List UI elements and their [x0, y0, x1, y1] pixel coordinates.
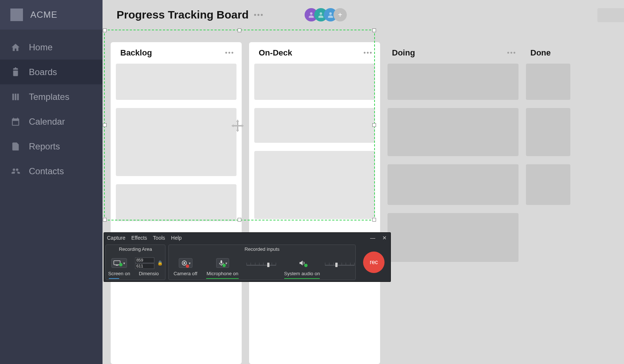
audio-label: System audio on: [284, 271, 320, 276]
nav-label: Contacts: [29, 166, 64, 176]
column-header: Backlog •••: [116, 42, 236, 64]
card[interactable]: [116, 184, 236, 221]
main: Progress Tracking Board ••• + Backlog ••…: [103, 0, 624, 364]
svg-rect-1: [116, 265, 118, 266]
logo-icon: [10, 9, 23, 21]
column-title: Done: [530, 48, 551, 58]
column-title: Doing: [392, 48, 415, 58]
board-header: Progress Tracking Board ••• +: [103, 0, 624, 30]
nav-item-templates[interactable]: Templates: [0, 84, 103, 109]
column-title: On-Deck: [259, 48, 292, 58]
lock-icon[interactable]: 🔒: [157, 260, 163, 266]
card[interactable]: [116, 108, 236, 176]
nav-item-calendar[interactable]: Calendar: [0, 109, 103, 134]
mic-level-slider[interactable]: [243, 255, 280, 280]
card[interactable]: [526, 64, 570, 100]
svg-rect-4: [220, 260, 222, 264]
column-menu-icon[interactable]: •••: [507, 49, 516, 57]
nav: Home Boards Templates Calendar Reports C…: [0, 35, 103, 183]
sidebar: ACME Home Boards Templates Calendar Repo…: [0, 0, 103, 364]
calendar-icon: [10, 117, 21, 127]
mic-label: Microphone on: [207, 271, 238, 276]
nav-item-reports[interactable]: Reports: [0, 134, 103, 159]
column-doing: Doing •••: [388, 42, 519, 364]
board-menu-icon[interactable]: •••: [254, 11, 264, 19]
nav-label: Boards: [29, 67, 57, 77]
microphone-control[interactable]: ▾ Microphone on: [202, 255, 243, 280]
card[interactable]: [388, 108, 519, 156]
nav-label: Calendar: [29, 117, 65, 127]
menu-effects[interactable]: Effects: [131, 235, 147, 241]
app-name: ACME: [30, 10, 57, 20]
home-icon: [10, 42, 21, 53]
recorder-menubar: Capture Effects Tools Help — ✕: [104, 233, 390, 243]
record-panel: rec: [357, 243, 390, 282]
recording-area-panel: Recording Area ▾ Screen on: [105, 245, 165, 280]
menu-tools[interactable]: Tools: [153, 235, 165, 241]
recorder-body: Recording Area ▾ Screen on: [104, 243, 390, 282]
card[interactable]: [388, 64, 519, 100]
nav-item-home[interactable]: Home: [0, 35, 103, 60]
card[interactable]: [526, 164, 570, 205]
audio-level-slider[interactable]: [324, 255, 355, 280]
logo-area: ACME: [0, 0, 103, 30]
dimensions-label: Dimensio: [139, 271, 159, 276]
card[interactable]: [388, 213, 519, 262]
column-header: Doing •••: [388, 42, 519, 64]
column-header: On-Deck •••: [254, 42, 375, 64]
width-input[interactable]: 859: [135, 257, 154, 263]
add-member-button[interactable]: +: [333, 8, 347, 21]
panel-title: Recording Area: [106, 246, 165, 252]
slider[interactable]: [246, 260, 276, 268]
svg-point-3: [183, 262, 185, 264]
camera-dropdown[interactable]: ▾: [179, 258, 192, 268]
nav-item-contacts[interactable]: Contacts: [0, 159, 103, 183]
board-title: Progress Tracking Board: [117, 9, 249, 21]
menu-help[interactable]: Help: [171, 235, 182, 241]
svg-rect-5: [221, 265, 222, 266]
column-ondeck: On-Deck •••: [249, 42, 380, 364]
panel-title: Recorded inputs: [169, 246, 355, 252]
column-header: Done: [526, 42, 570, 64]
column-menu-icon[interactable]: •••: [363, 49, 373, 57]
close-icon[interactable]: ✕: [382, 235, 388, 241]
clipboard-icon: [10, 67, 21, 77]
nav-label: Templates: [29, 92, 69, 102]
document-icon: [10, 141, 21, 152]
board-columns: Backlog ••• On-Deck ••• Doing •••: [103, 30, 624, 364]
system-audio-control[interactable]: System audio on: [280, 255, 324, 280]
card[interactable]: [526, 108, 570, 156]
screen-selector[interactable]: ▾ Screen on: [106, 255, 132, 280]
nav-item-boards[interactable]: Boards: [0, 60, 103, 84]
slider[interactable]: [325, 260, 355, 268]
dimensions-control[interactable]: 859 611 🔒 Dimensio: [132, 255, 165, 280]
screen-label: Screen on: [108, 271, 130, 276]
avatar-group: +: [305, 8, 347, 21]
column-title: Backlog: [120, 48, 152, 58]
card[interactable]: [116, 64, 236, 100]
height-input[interactable]: 611: [135, 263, 154, 269]
column-backlog: Backlog •••: [111, 42, 242, 364]
card[interactable]: [388, 164, 519, 205]
people-icon: [10, 166, 21, 176]
nav-label: Reports: [29, 141, 60, 152]
column-menu-icon[interactable]: •••: [225, 49, 234, 57]
record-button[interactable]: rec: [363, 252, 385, 273]
card[interactable]: [254, 108, 375, 143]
recorded-inputs-panel: Recorded inputs ▾ Camera off: [168, 245, 356, 280]
menu-capture[interactable]: Capture: [107, 235, 125, 241]
recorder-window[interactable]: Capture Effects Tools Help — ✕ Recording…: [104, 232, 391, 282]
card[interactable]: [254, 151, 375, 219]
card[interactable]: [254, 64, 375, 100]
minimize-icon[interactable]: —: [370, 235, 376, 241]
camera-label: Camera off: [174, 271, 197, 276]
column-done: Done: [526, 42, 570, 364]
nav-label: Home: [29, 42, 53, 53]
header-right-button[interactable]: [597, 8, 624, 22]
mic-dropdown[interactable]: ▾: [216, 258, 229, 268]
screen-dropdown[interactable]: ▾: [111, 258, 127, 268]
templates-icon: [10, 92, 21, 102]
camera-control[interactable]: ▾ Camera off: [169, 255, 202, 280]
